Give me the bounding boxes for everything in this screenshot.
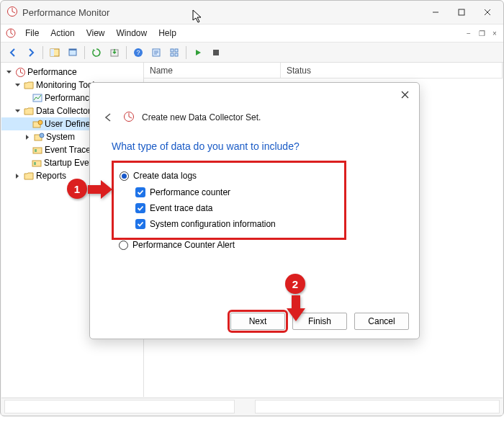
annotation-arrow-1 — [88, 180, 112, 201]
menu-window[interactable]: Window — [111, 27, 153, 40]
annotation-box-1: Create data logs Performance counter Eve… — [112, 161, 346, 240]
back-icon[interactable] — [5, 45, 21, 61]
svg-rect-23 — [35, 149, 37, 152]
collapse-icon[interactable] — [13, 81, 22, 89]
radio-icon — [119, 241, 128, 250]
annotation-arrow-2 — [287, 295, 305, 323]
mdi-close-icon[interactable]: × — [489, 27, 500, 39]
wizard-dialog: Create new Data Collector Set. What type… — [89, 82, 420, 339]
run-icon[interactable] — [190, 45, 206, 61]
menu-view[interactable]: View — [81, 27, 111, 40]
perfmon-small-icon — [5, 27, 17, 39]
svg-rect-14 — [175, 53, 178, 56]
menu-action[interactable]: Action — [45, 27, 80, 40]
window-title: Performance Monitor — [22, 7, 109, 18]
svg-rect-6 — [69, 49, 76, 50]
new-window-icon[interactable] — [65, 45, 81, 61]
properties-icon[interactable] — [148, 45, 164, 61]
dialog-back-button[interactable] — [102, 110, 116, 125]
checkbox-checked-icon — [135, 219, 145, 229]
minimize-button[interactable] — [423, 2, 449, 22]
svg-rect-1 — [459, 9, 464, 15]
svg-rect-24 — [32, 161, 41, 166]
checkbox-event-trace[interactable]: Event trace data — [135, 202, 338, 215]
svg-rect-12 — [175, 49, 178, 52]
expand-icon[interactable] — [23, 133, 32, 141]
forward-icon[interactable] — [23, 45, 39, 61]
reports-icon — [23, 170, 35, 182]
mdi-minimize-icon[interactable]: − — [463, 27, 474, 39]
checkbox-system-config[interactable]: System configuration information — [135, 218, 338, 231]
annotation-badge-2: 2 — [285, 274, 305, 294]
folder-icon — [23, 79, 35, 91]
dialog-question: What type of data do you want to include… — [112, 140, 300, 152]
toolbar: ? — [1, 42, 503, 63]
dialog-close-button[interactable] — [395, 86, 415, 103]
svg-rect-4 — [50, 49, 54, 56]
checkbox-performance-counter[interactable]: Performance counter — [135, 186, 338, 199]
column-name[interactable]: Name — [144, 63, 281, 79]
menu-help[interactable]: Help — [153, 27, 182, 40]
mdi-restore-icon[interactable]: ❐ — [476, 27, 487, 39]
trace-icon — [32, 157, 42, 169]
cancel-button[interactable]: Cancel — [354, 313, 409, 330]
titlebar: Performance Monitor — [1, 1, 503, 24]
statusbar — [1, 398, 503, 415]
collapse-icon[interactable] — [13, 107, 22, 115]
annotation-badge-1: 1 — [67, 179, 87, 199]
perfmon-wizard-icon — [123, 111, 135, 125]
radio-icon — [120, 171, 129, 181]
cursor-icon — [192, 9, 204, 26]
close-button[interactable] — [474, 2, 500, 22]
svg-rect-22 — [33, 148, 42, 153]
svg-rect-15 — [213, 50, 219, 55]
menu-file[interactable]: File — [19, 27, 45, 40]
perfmon-node-icon — [14, 66, 26, 78]
checkbox-checked-icon — [135, 187, 145, 197]
tree-root-performance[interactable]: Performance — [1, 66, 143, 79]
user-defined-icon — [32, 118, 43, 130]
svg-rect-25 — [34, 162, 36, 165]
help-icon[interactable]: ? — [130, 45, 146, 61]
svg-point-19 — [38, 120, 42, 125]
radio-performance-counter-alert[interactable]: Performance Counter Alert — [119, 240, 235, 250]
collapse-icon[interactable] — [4, 68, 13, 76]
svg-text:?: ? — [136, 49, 140, 56]
maximize-button[interactable] — [449, 2, 474, 22]
radio-create-data-logs[interactable]: Create data logs — [120, 169, 338, 183]
dialog-title: Create new Data Collector Set. — [142, 112, 261, 122]
list-header: Name Status — [144, 63, 503, 79]
trace-icon — [32, 144, 43, 156]
menubar: File Action View Window Help − ❐ × — [1, 24, 503, 42]
next-button[interactable]: Next — [230, 313, 285, 330]
export-icon[interactable] — [107, 45, 122, 61]
show-hide-tree-icon[interactable] — [47, 45, 63, 61]
svg-rect-11 — [171, 49, 174, 52]
column-status[interactable]: Status — [281, 63, 503, 79]
system-icon — [33, 131, 45, 143]
svg-point-21 — [40, 133, 44, 138]
checkbox-checked-icon — [135, 203, 145, 213]
svg-rect-13 — [171, 53, 174, 56]
folder-icon — [23, 105, 35, 117]
tile-icon[interactable] — [166, 45, 182, 61]
perfmon-app-icon — [6, 6, 18, 19]
refresh-icon[interactable] — [89, 45, 104, 61]
chart-icon — [32, 92, 43, 104]
stop-icon[interactable] — [208, 45, 224, 61]
expand-icon[interactable] — [13, 171, 22, 180]
